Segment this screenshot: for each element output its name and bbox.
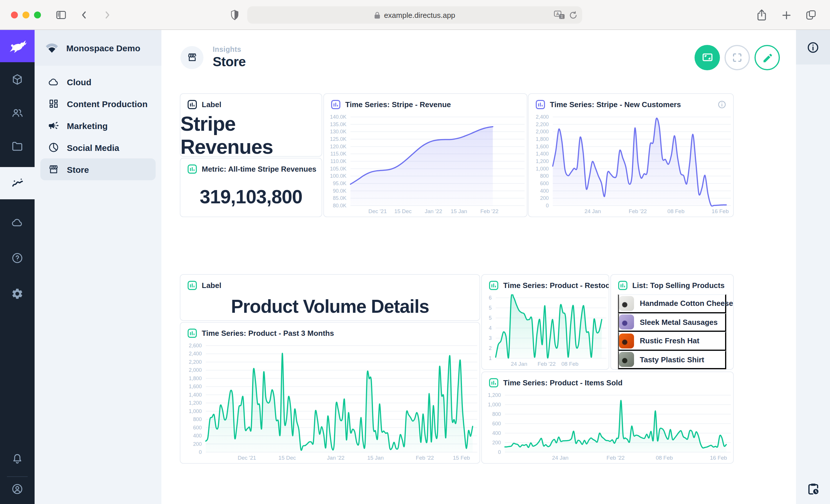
fit-dashboard-button[interactable] bbox=[695, 45, 720, 70]
reload-icon bbox=[569, 11, 578, 19]
close-window-button[interactable] bbox=[11, 11, 18, 18]
directus-logo[interactable] bbox=[0, 30, 35, 62]
panel-title: Time Series: Product - Items Sold bbox=[503, 378, 622, 387]
items-sold-chart: 1,2001,000800600400200024 JanFeb '2208 F… bbox=[482, 392, 732, 462]
product-list: Handmade Cotton Cheese Sleek Metal Sausa… bbox=[611, 294, 733, 369]
sidebar-item-store[interactable]: Store bbox=[40, 158, 156, 180]
svg-text:2: 2 bbox=[489, 345, 492, 351]
panel-title: Label bbox=[202, 281, 221, 290]
edit-dashboard-button[interactable] bbox=[755, 45, 780, 70]
project-chooser[interactable]: Monospace Demo bbox=[35, 30, 161, 66]
svg-text:2,400: 2,400 bbox=[536, 114, 549, 120]
share-icon bbox=[756, 9, 767, 21]
panel-label-stripe: Label Stripe Revenues bbox=[180, 93, 322, 157]
sidebar-item-social-media[interactable]: Social Media bbox=[40, 136, 156, 158]
minimize-window-button[interactable] bbox=[23, 11, 29, 18]
bar-chart-icon bbox=[187, 280, 197, 290]
module-content[interactable] bbox=[0, 67, 35, 92]
product-thumbnail bbox=[619, 334, 634, 348]
module-insights[interactable] bbox=[0, 167, 35, 199]
new-tab-button[interactable] bbox=[776, 6, 796, 24]
fullscreen-button[interactable] bbox=[725, 45, 750, 70]
privacy-shield-icon[interactable] bbox=[229, 6, 240, 24]
svg-text:2,200: 2,200 bbox=[189, 359, 202, 365]
info-sidebar-button[interactable] bbox=[807, 41, 819, 53]
sidebar-item-content-production[interactable]: Content Production bbox=[40, 93, 156, 114]
svg-text:0: 0 bbox=[498, 449, 501, 455]
navigation-sidebar: Monospace Demo Cloud Content Production bbox=[35, 30, 161, 504]
svg-text:1,200: 1,200 bbox=[488, 392, 501, 398]
panel-title: List: Top Selling Products bbox=[632, 281, 725, 290]
product-name: Tasty Plastic Shirt bbox=[640, 356, 704, 364]
bar-chart-icon bbox=[187, 100, 197, 109]
users-icon bbox=[11, 107, 24, 119]
rabbit-logo-icon bbox=[7, 39, 27, 54]
label-text: Product Volume Details bbox=[181, 293, 480, 320]
breadcrumb[interactable]: Insights bbox=[213, 45, 246, 53]
info-sidebar bbox=[796, 30, 830, 504]
panel-title: Metric: All-time Stripe Revenues bbox=[202, 165, 316, 173]
bar-chart-icon bbox=[536, 100, 545, 109]
module-settings[interactable] bbox=[0, 281, 35, 306]
storefront-icon bbox=[187, 52, 197, 63]
list-item[interactable]: Handmade Cotton Cheese bbox=[618, 294, 726, 313]
module-users[interactable] bbox=[0, 100, 35, 126]
svg-text:800: 800 bbox=[540, 173, 549, 179]
svg-text:600: 600 bbox=[193, 425, 202, 431]
svg-text:125.0K: 125.0K bbox=[330, 136, 346, 142]
module-help[interactable] bbox=[0, 245, 35, 271]
svg-text:1: 1 bbox=[489, 356, 492, 361]
gear-icon bbox=[11, 288, 24, 300]
dashboard-grid-icon bbox=[48, 98, 59, 109]
list-item[interactable]: Sleek Metal Sausages bbox=[618, 313, 726, 332]
bar-chart-icon bbox=[489, 378, 499, 388]
info-icon[interactable] bbox=[717, 100, 726, 109]
sidebar-item-cloud[interactable]: Cloud bbox=[40, 71, 156, 93]
panel-stripe-revenue: Time Series: Stripe - Revenue 140.0K135.… bbox=[323, 93, 528, 217]
svg-text:15 Dec: 15 Dec bbox=[394, 208, 412, 214]
svg-text:800: 800 bbox=[193, 416, 202, 422]
panel-label-product: Label Product Volume Details bbox=[180, 274, 480, 321]
svg-text:400: 400 bbox=[193, 433, 202, 439]
svg-text:1,800: 1,800 bbox=[536, 136, 549, 142]
reload-button[interactable] bbox=[569, 11, 578, 19]
cloud-icon bbox=[11, 216, 24, 229]
svg-text:140.0K: 140.0K bbox=[330, 114, 346, 120]
translate-button[interactable]: A 文 bbox=[554, 10, 566, 20]
list-item[interactable]: Tasty Plastic Shirt bbox=[618, 350, 726, 369]
svg-text:400: 400 bbox=[492, 430, 501, 436]
svg-text:Feb '22: Feb '22 bbox=[480, 208, 499, 214]
svg-text:0: 0 bbox=[546, 203, 549, 208]
sidebar-item-marketing[interactable]: Marketing bbox=[40, 114, 156, 136]
activity-log-button[interactable] bbox=[806, 482, 820, 496]
project-signal-icon bbox=[45, 41, 59, 54]
help-icon bbox=[11, 252, 24, 264]
back-button[interactable] bbox=[74, 6, 94, 23]
notifications-button[interactable] bbox=[0, 446, 35, 472]
tab-overview-button[interactable] bbox=[801, 6, 821, 24]
fit-screen-icon bbox=[701, 51, 713, 63]
pencil-icon bbox=[761, 52, 773, 63]
list-item[interactable]: Rustic Fresh Hat bbox=[618, 332, 726, 350]
module-files[interactable] bbox=[0, 134, 35, 159]
panel-restocks: Time Series: Product - Restocks 65543212… bbox=[481, 274, 609, 370]
zoom-window-button[interactable] bbox=[34, 11, 41, 18]
forward-button[interactable] bbox=[97, 6, 117, 23]
box-icon bbox=[11, 73, 24, 86]
pie-chart-icon bbox=[48, 142, 59, 153]
module-cloud[interactable] bbox=[0, 210, 35, 235]
user-avatar[interactable] bbox=[0, 476, 35, 502]
fullscreen-icon bbox=[731, 52, 743, 63]
sidebar-item-label: Cloud bbox=[67, 77, 91, 87]
share-button[interactable] bbox=[752, 6, 771, 24]
svg-text:130.0K: 130.0K bbox=[330, 129, 346, 134]
address-bar[interactable]: example.directus.app A 文 bbox=[247, 6, 582, 24]
svg-text:1,600: 1,600 bbox=[189, 383, 202, 390]
svg-text:90.0K: 90.0K bbox=[333, 188, 346, 194]
svg-text:15 Jan: 15 Jan bbox=[367, 455, 384, 461]
folder-icon bbox=[11, 140, 24, 153]
toggle-sidebar-button[interactable] bbox=[51, 6, 71, 23]
bell-icon bbox=[11, 453, 24, 465]
svg-text:105.0K: 105.0K bbox=[330, 166, 346, 172]
svg-text:1,800: 1,800 bbox=[189, 375, 202, 381]
